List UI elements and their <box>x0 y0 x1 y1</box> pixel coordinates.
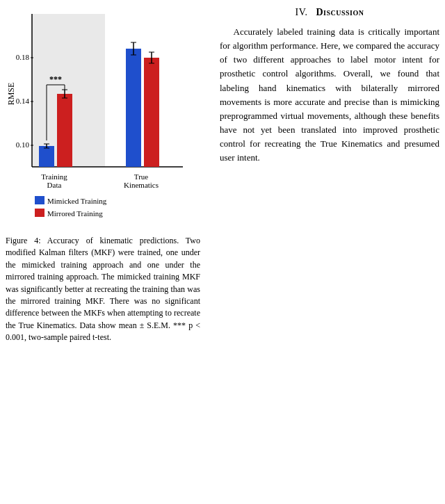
section-heading: Discussion <box>316 7 364 17</box>
svg-text:0.18: 0.18 <box>16 53 30 61</box>
svg-rect-34 <box>35 196 44 204</box>
svg-rect-36 <box>35 209 44 217</box>
svg-rect-18 <box>57 94 72 167</box>
figure-caption: Figure 4: Accuracy of kinematic predicti… <box>6 235 200 344</box>
svg-text:True: True <box>134 172 148 181</box>
svg-text:0.10: 0.10 <box>16 140 30 149</box>
svg-text:Kinematics: Kinematics <box>124 181 159 189</box>
chart-container: 0.10 0.14 0.18 RMSE Training Data True K… <box>6 7 200 229</box>
bar-chart: 0.10 0.14 0.18 RMSE Training Data True K… <box>6 7 200 229</box>
svg-rect-26 <box>126 49 141 167</box>
svg-text:Mimicked Training: Mimicked Training <box>47 197 107 205</box>
svg-text:0.14: 0.14 <box>16 97 30 105</box>
svg-rect-30 <box>144 58 159 167</box>
page: 0.10 0.14 0.18 RMSE Training Data True K… <box>0 0 445 504</box>
svg-rect-14 <box>39 146 54 167</box>
svg-text:RMSE: RMSE <box>6 83 16 106</box>
section-number: IV. <box>296 7 308 17</box>
svg-text:Training: Training <box>41 172 67 181</box>
svg-text:***: *** <box>49 74 62 84</box>
body-paragraph: Accurately labeled training data is crit… <box>220 25 439 165</box>
section-title: IV. Discussion <box>220 7 439 18</box>
svg-text:Mirrored Training: Mirrored Training <box>47 209 103 218</box>
body-text-content: Accurately labeled training data is crit… <box>220 26 439 163</box>
svg-text:Data: Data <box>47 181 62 189</box>
caption-text: Figure 4: Accuracy of kinematic predicti… <box>6 236 200 342</box>
right-panel: IV. Discussion Accurately labeled traini… <box>214 7 439 497</box>
left-panel: 0.10 0.14 0.18 RMSE Training Data True K… <box>6 7 214 497</box>
